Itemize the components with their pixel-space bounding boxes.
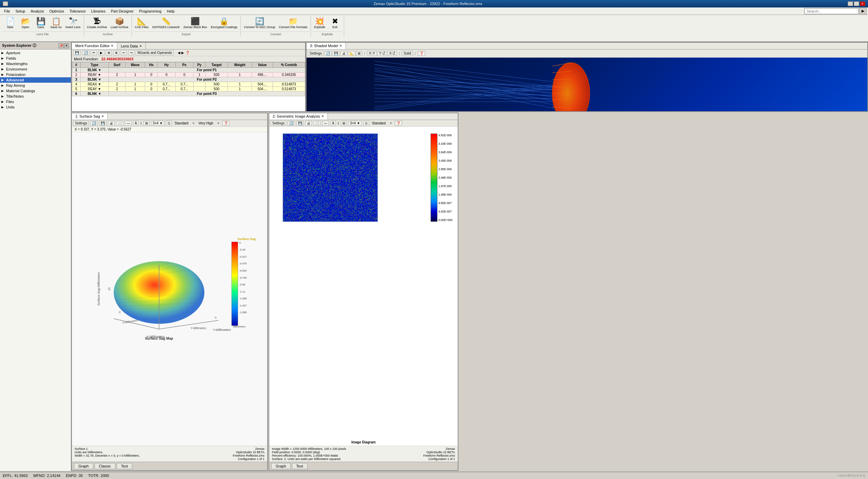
geo-toolbar-btn-3[interactable]: 💾 [296,121,304,126]
merit-toolbar-btn-2[interactable]: 🔄 [82,50,90,55]
shaded-rotate-x[interactable]: X↑Y [367,51,377,56]
restore-btn[interactable]: ❐ [854,1,859,6]
shaded-rotate-z[interactable]: X↑Z [388,51,397,56]
convert-nsc-button[interactable]: 🔄 Convert To NSC Group [242,16,277,30]
sidebar-item-aperture[interactable]: ▶ Aperture [0,50,71,56]
sag-text-btn[interactable]: Text [117,463,132,469]
sidebar-item-environment[interactable]: ▶ Environment [0,66,71,72]
sag-help-btn[interactable]: ❓ [222,121,230,126]
shaded-toolbar-btn-6[interactable]: ⊞ [356,51,362,56]
insert-lens-button[interactable]: 🔭 Insert Lens [64,16,82,30]
sag-graph-btn[interactable]: Graph [74,463,93,469]
shaded-tab-close[interactable]: ✕ [339,44,342,47]
sag-toolbar-btn-5[interactable]: ⬜ [116,121,123,126]
sag-toolbar-btn-7[interactable]: A [133,121,139,126]
save-as-button[interactable]: 📋 Save As [48,16,63,30]
geo-toolbar-btn-6[interactable]: — [322,121,329,126]
menu-file[interactable]: File [1,7,13,15]
sidebar-item-wavelengths[interactable]: ▶ Wavelengths [0,61,71,66]
geo-toolbar-btn-4[interactable]: 🖨 [305,121,312,126]
shaded-toolbar-btn-5[interactable]: 📐 [348,51,355,56]
sag-classic-btn[interactable]: Classic [95,463,115,469]
menu-help[interactable]: Help [164,7,177,15]
merit-tab-close[interactable]: ✕ [111,44,114,47]
shaded-toolbar-btn-4[interactable]: 🖨 [340,51,347,56]
new-button[interactable]: 📄 New [3,16,18,30]
geo-play-btn[interactable]: ⊙ [363,121,369,126]
search-btn[interactable]: ▶ [859,8,867,14]
sag-toolbar-btn-6[interactable]: — [125,121,132,126]
menu-programming[interactable]: Programming [136,7,164,15]
menu-tolerance[interactable]: Tolerance [67,7,88,15]
geo-grid-btn[interactable]: ⊞ [341,121,347,126]
create-archive-button[interactable]: 🗜 Create Archive [85,16,109,30]
geo-3x4-btn[interactable]: 3×4 ▼ [348,121,362,126]
sag-settings-btn[interactable]: Settings [73,121,89,126]
convert-file-button[interactable]: 📁 Convert File Formats [277,16,309,30]
merit-toolbar-btn-8[interactable]: ↪ [128,50,134,55]
exit-button[interactable]: ✖ Exit [328,16,342,30]
sidebar-item-title-notes[interactable]: ▶ Title/Notes [0,94,71,99]
tab-merit-function[interactable]: Merit Function Editor ✕ [72,43,117,49]
zemax-black-box-button[interactable]: ⬛ Zemax Black Box [182,16,209,30]
geo-tab-close[interactable]: ✕ [321,115,324,118]
geo-text-btn[interactable]: Text [292,463,308,469]
save-button[interactable]: 💾 Save [33,16,48,30]
cad-files-button[interactable]: 📐 CAD Files [133,16,151,30]
geo-settings-btn[interactable]: Settings [271,121,286,126]
shaded-settings-btn[interactable]: Settings [308,51,323,56]
shaded-rotate-y[interactable]: Y↑Z [377,51,387,56]
geo-toolbar-btn-2[interactable]: 🔄 [288,121,295,126]
sidebar-item-polarization[interactable]: ▶ Polarization [0,72,71,77]
menu-part-designer[interactable]: Part Designer [108,7,136,15]
lens-tab-close[interactable]: ✕ [139,44,142,48]
sag-toolbar-btn-4[interactable]: 🖨 [108,121,115,126]
sidebar-close-btn[interactable]: ✕ [64,43,69,48]
sidebar-item-fields[interactable]: ▶ Fields [0,56,71,61]
geo-toolbar-btn-7[interactable]: A [330,121,336,126]
sidebar-pin-btn[interactable]: 📌 [59,43,63,48]
sidebar-item-material-catalogs[interactable]: ▶ Material Catalogs [0,88,71,94]
tab-lens-data[interactable]: Lens Data ✕ [117,43,145,49]
merit-toolbar-btn-3[interactable]: ✏ [91,50,97,55]
merit-wizard[interactable]: Wizards and Operands [136,50,174,55]
open-button[interactable]: 📂 Open [18,16,33,30]
menu-libraries[interactable]: Libraries [88,7,108,15]
explode-button[interactable]: 💥 Explode [312,16,327,30]
sag-toolbar-btn-2[interactable]: 🔄 [90,121,98,126]
tab-geo-image[interactable]: 2: Geometric Image Analysis ✕ [269,113,328,120]
merit-toolbar-btn-6[interactable]: ⊗ [113,50,119,55]
search-input[interactable] [804,8,859,14]
tab-surface-sag[interactable]: 1: Surface Sag ✕ [72,113,108,120]
encrypted-button[interactable]: 🔒 Encrypted Coatings [209,16,239,30]
sag-toolbar-btn-3[interactable]: 💾 [99,121,106,126]
close-btn[interactable]: ✕ [860,1,865,6]
dxf-button[interactable]: 📏 DXF/IGES Linework [151,16,181,30]
sidebar-item-units[interactable]: ▶ Units [0,104,71,110]
sag-grid-btn[interactable]: ⊞ [143,121,150,126]
shaded-solid-btn[interactable]: Solid [402,51,413,56]
sidebar-item-ray-aiming[interactable]: ▶ Ray Aiming [0,83,71,88]
tab-shaded-model[interactable]: 3: Shaded Model ✕ [307,43,346,49]
sag-3x4-btn[interactable]: 3×4 ▼ [151,121,164,126]
geo-help-btn[interactable]: ❓ [395,121,402,126]
menu-setup[interactable]: Setup [13,7,28,15]
menu-optimize[interactable]: Optimize [47,7,67,15]
merit-toolbar-btn-1[interactable]: 💾 [73,50,81,55]
merit-toolbar-btn-4[interactable]: ▶ [98,50,104,55]
merit-table-scroll[interactable]: # Type Surf Wave Hx Hy Px Py Target Weig… [72,62,305,111]
menu-analyze[interactable]: Analyze [28,7,46,15]
geo-toolbar-btn-5[interactable]: ⬜ [313,121,321,126]
merit-toolbar-btn-5[interactable]: ⊕ [106,50,112,55]
merit-toolbar-btn-7[interactable]: ↩ [121,50,127,55]
sag-play-btn[interactable]: ⊙ [166,121,172,126]
sidebar-item-files[interactable]: ▶ Files [0,99,71,104]
load-archive-button[interactable]: 📦 Load Archive [109,16,130,30]
shaded-toolbar-btn-3[interactable]: 💾 [332,51,340,56]
geo-graph-btn[interactable]: Graph [271,463,291,469]
minimize-btn[interactable]: _ [848,1,853,6]
sidebar-item-advanced[interactable]: ▶ Advanced [0,77,71,83]
shaded-toolbar-btn-2[interactable]: 🔄 [324,51,332,56]
shaded-help-btn[interactable]: ❓ [418,51,425,56]
sag-tab-close[interactable]: ✕ [101,115,104,118]
